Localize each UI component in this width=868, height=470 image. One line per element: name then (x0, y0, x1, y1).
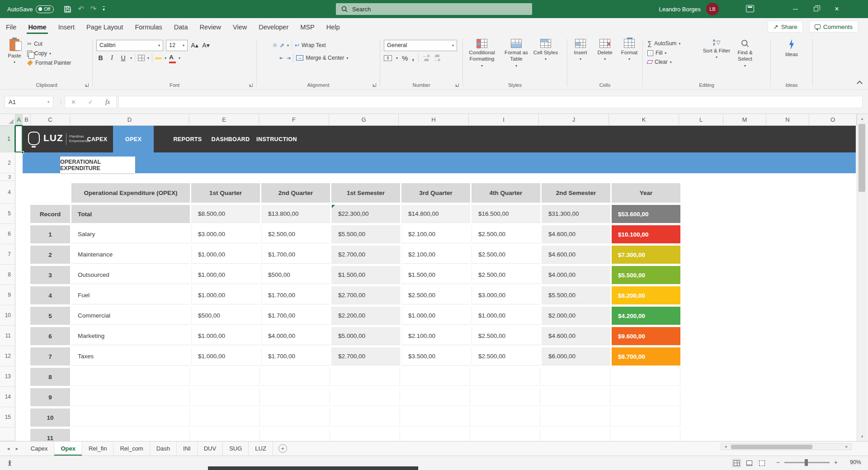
redo-icon[interactable]: ↷ (90, 5, 96, 13)
q3-cell[interactable]: $1.500,00 (401, 266, 470, 284)
column-header-i[interactable]: I (469, 114, 539, 126)
empty-cell[interactable] (472, 429, 540, 441)
orientation-icon[interactable]: ⇗ (279, 42, 284, 49)
row-header-5[interactable]: 5 (0, 204, 15, 224)
s2-cell[interactable]: $2.000,00 (542, 307, 610, 325)
row-header-10[interactable]: 10 (0, 305, 15, 326)
q4-cell[interactable]: $2.500,00 (472, 225, 540, 243)
record-cell[interactable]: 11 (30, 429, 70, 441)
record-cell[interactable]: 10 (30, 408, 70, 427)
cut-button[interactable]: ✂Cut (27, 41, 71, 47)
bold-button[interactable]: B (96, 54, 105, 62)
accounting-dropdown-icon[interactable]: ▾ (396, 56, 398, 60)
copy-dropdown-icon[interactable]: ▾ (49, 52, 51, 56)
empty-cell[interactable] (612, 408, 680, 427)
column-header-c[interactable]: C (31, 114, 70, 126)
number-dialog-launcher-icon[interactable] (455, 83, 459, 87)
sheet-nav-right-icon[interactable]: ► (15, 446, 19, 451)
column-header-n[interactable]: N (766, 114, 809, 126)
total-q1-cell[interactable]: $8.500,00 (191, 205, 260, 223)
sheet-tab-duv[interactable]: DUV (198, 442, 223, 456)
s2-cell[interactable]: $4.000,00 (542, 266, 610, 284)
empty-cell[interactable] (261, 408, 330, 427)
align-right-icon[interactable] (273, 56, 277, 60)
tab-file[interactable]: File (0, 19, 22, 34)
search-input[interactable]: Search (336, 3, 532, 15)
enter-icon[interactable]: ✓ (88, 99, 93, 105)
empty-cell[interactable] (261, 388, 330, 406)
q1-cell[interactable]: $1.000,00 (191, 347, 260, 366)
tab-review[interactable]: Review (193, 19, 227, 34)
row-header-4[interactable]: 4 (0, 181, 15, 204)
row-header-16[interactable] (0, 427, 15, 441)
row-header-15[interactable]: 15 (0, 407, 15, 427)
horizontal-scrollbar[interactable]: ◄ ► (721, 443, 852, 450)
empty-cell[interactable] (542, 388, 610, 406)
increase-indent-icon[interactable]: ⇥ (286, 55, 290, 61)
underline-dropdown-icon[interactable]: ▾ (130, 56, 132, 60)
autosave-toggle[interactable]: AutoSave Off (7, 5, 54, 13)
borders-dropdown-icon[interactable]: ▾ (147, 56, 149, 60)
q2-cell[interactable]: $1.700,00 (261, 307, 330, 325)
italic-button[interactable]: I (108, 54, 116, 62)
total-year-cell[interactable]: $53.600,00 (612, 205, 680, 223)
s1-cell[interactable]: $2.700,00 (331, 286, 400, 304)
q3-cell[interactable]: $2.100,00 (401, 327, 470, 345)
clear-button[interactable]: Clear▾ (647, 59, 701, 65)
row-header-7[interactable]: 7 (0, 244, 15, 265)
record-cell[interactable]: 6 (30, 327, 70, 345)
empty-cell[interactable] (472, 368, 540, 386)
item-cell[interactable]: Fuel (71, 286, 190, 304)
merge-center-button[interactable]: ↔Merge & Center▾ (296, 55, 348, 61)
q4-cell[interactable]: $2.500,00 (472, 266, 540, 284)
fill-button[interactable]: ↓Fill▾ (647, 50, 701, 56)
column-header-g[interactable]: G (329, 114, 399, 126)
record-cell[interactable]: 1 (30, 225, 70, 243)
comma-style-icon[interactable]: , (412, 53, 414, 62)
empty-cell[interactable] (542, 368, 610, 386)
year-cell[interactable]: $4.200,00 (612, 307, 680, 325)
column-header-e[interactable]: E (189, 114, 259, 126)
s1-cell[interactable]: $1.500,00 (331, 266, 400, 284)
row-header-3[interactable]: 3 (0, 173, 15, 181)
align-middle-icon[interactable] (267, 43, 270, 47)
empty-cell[interactable] (71, 388, 190, 406)
q4-cell[interactable]: $2.500,00 (472, 246, 540, 264)
row-header-9[interactable]: 9 (0, 285, 15, 305)
total-s1-cell[interactable]: $22.300,00 (331, 205, 400, 223)
tab-home[interactable]: Home (22, 19, 52, 34)
column-header-l[interactable]: L (679, 114, 723, 126)
clipboard-dialog-launcher-icon[interactable] (85, 83, 89, 87)
q2-cell[interactable]: $4.000,00 (261, 327, 330, 345)
banner-tab-reports[interactable]: REPORTS (167, 126, 208, 152)
new-sheet-button[interactable]: + (278, 444, 287, 453)
empty-cell[interactable] (612, 388, 680, 406)
selected-cell-a1[interactable] (15, 125, 23, 152)
empty-cell[interactable] (331, 429, 400, 441)
share-button[interactable]: ↗Share (768, 21, 802, 33)
accounting-format-icon[interactable]: $ (384, 55, 392, 61)
column-header-k[interactable]: K (609, 114, 679, 126)
account-area[interactable]: Leandro Borges LB (659, 0, 719, 18)
empty-cell[interactable] (71, 408, 190, 427)
tab-page-layout[interactable]: Page Layout (80, 19, 129, 34)
formula-bar-splitter[interactable]: ⋮ (58, 98, 64, 105)
item-cell[interactable]: Salary (71, 225, 190, 243)
format-painter-button[interactable]: Format Painter (27, 60, 71, 66)
q3-cell[interactable]: $1.000,00 (401, 307, 470, 325)
zoom-in-icon[interactable]: + (834, 459, 838, 466)
undo-icon[interactable]: ↶ (78, 5, 84, 13)
row-header-2[interactable]: 2 (0, 152, 15, 173)
banner-tab-instruction[interactable]: INSTRUCTION (254, 126, 299, 152)
zoom-level[interactable]: 90% (842, 459, 861, 465)
tab-developer[interactable]: Developer (253, 19, 294, 34)
tab-insert[interactable]: Insert (52, 19, 80, 34)
decrease-decimal-icon[interactable]: .00→.0 (434, 54, 440, 62)
delete-cells-button[interactable]: Delete ▾ (593, 35, 617, 90)
comments-button[interactable]: Comments (809, 21, 858, 33)
empty-cell[interactable] (71, 429, 190, 441)
s1-cell[interactable]: $2.200,00 (331, 307, 400, 325)
tab-help[interactable]: Help (321, 19, 346, 34)
item-cell[interactable]: Maintenance (71, 246, 190, 264)
ideas-button[interactable]: Ideas (778, 35, 805, 90)
